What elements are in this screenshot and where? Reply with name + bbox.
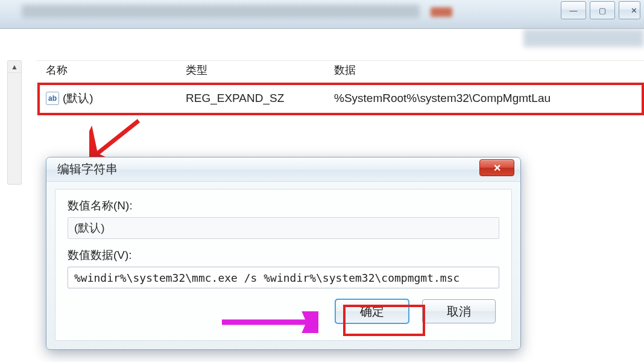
scroll-up-icon[interactable]: ▲ xyxy=(8,61,21,73)
dialog-titlebar[interactable]: 编辑字符串 ✕ xyxy=(46,157,520,182)
dialog-body: 数值名称(N): (默认) 数值数据(V): 确定 取消 xyxy=(55,189,512,341)
reg-sz-icon: ab xyxy=(46,92,59,105)
dialog-close-button[interactable]: ✕ xyxy=(479,159,514,176)
value-name-field: (默认) xyxy=(68,217,499,239)
maximize-icon: ▢ xyxy=(599,6,606,15)
close-icon: ✕ xyxy=(631,6,637,15)
value-data-label: 数值数据(V): xyxy=(68,247,499,263)
col-header-name[interactable]: 名称 xyxy=(46,61,186,79)
blurred-toolbar xyxy=(523,29,644,47)
cancel-button[interactable]: 取消 xyxy=(422,299,496,323)
value-data-cell: %SystemRoot%\system32\CompMgmtLau xyxy=(334,92,644,105)
col-header-type[interactable]: 类型 xyxy=(186,61,334,79)
value-name-label: 数值名称(N): xyxy=(68,198,499,214)
minimize-icon: — xyxy=(570,6,578,15)
parent-window-titlebar: — ▢ ✕ xyxy=(0,0,644,29)
cancel-button-label: 取消 xyxy=(447,303,471,320)
maximize-button[interactable]: ▢ xyxy=(590,1,615,19)
value-name-text: (默认) xyxy=(63,91,93,106)
close-button-partial[interactable]: ✕ xyxy=(619,1,640,19)
parent-window-controls: — ▢ ✕ xyxy=(561,0,644,24)
ok-button-label: 确定 xyxy=(360,303,384,320)
value-data-input[interactable] xyxy=(68,267,499,288)
edit-string-dialog: 编辑字符串 ✕ 数值名称(N): (默认) 数值数据(V): 确定 取消 xyxy=(46,157,521,350)
value-type-cell: REG_EXPAND_SZ xyxy=(186,92,334,105)
side-scrollbar[interactable]: ▲ xyxy=(7,60,22,185)
col-header-data[interactable]: 数据 xyxy=(334,61,644,79)
close-icon: ✕ xyxy=(493,162,501,174)
value-name-readonly-text: (默认) xyxy=(74,220,105,236)
minimize-button[interactable]: — xyxy=(561,1,586,19)
registry-value-row[interactable]: ab (默认) REG_EXPAND_SZ %SystemRoot%\syste… xyxy=(46,87,644,109)
dialog-title: 编辑字符串 xyxy=(57,161,118,177)
list-header-row: 名称 类型 数据 xyxy=(36,61,644,79)
blurred-title-text xyxy=(22,5,420,18)
blurred-tag xyxy=(431,7,452,17)
dialog-button-row: 确定 取消 xyxy=(68,299,499,323)
ok-button[interactable]: 确定 xyxy=(335,299,409,323)
value-name-cell: ab (默认) xyxy=(46,91,186,106)
